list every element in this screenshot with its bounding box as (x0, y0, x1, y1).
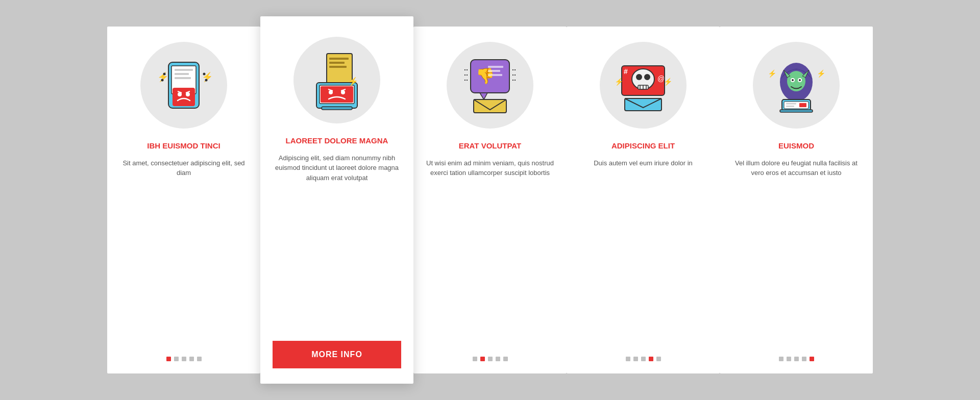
svg-marker-34 (480, 93, 487, 99)
dot (473, 357, 477, 361)
dot (166, 357, 171, 361)
icon-circle-5: ⚡ ⚡ (753, 42, 840, 129)
svg-point-44 (636, 74, 642, 80)
dot (503, 357, 508, 361)
svg-rect-35 (474, 99, 506, 113)
svg-text:⚡: ⚡ (768, 69, 777, 78)
dot (626, 357, 630, 361)
dot (197, 357, 202, 361)
svg-rect-19 (329, 66, 347, 68)
dot (182, 357, 186, 361)
svg-text:⚡: ⚡ (348, 77, 358, 86)
svg-rect-3 (175, 73, 189, 75)
svg-rect-17 (329, 58, 349, 60)
svg-text:⚡: ⚡ (664, 78, 673, 86)
dot (174, 357, 179, 361)
card-4-title: ADIPISCING ELIT (611, 141, 675, 151)
dot (641, 357, 646, 361)
svg-point-14 (203, 73, 206, 76)
dot (189, 357, 194, 361)
card-4-dots (626, 357, 661, 361)
dot (633, 357, 638, 361)
svg-rect-18 (329, 62, 345, 64)
svg-rect-67 (786, 106, 794, 107)
icon-circle-4: # @ ⚡ ⚡ (600, 42, 687, 129)
svg-text:⚡: ⚡ (615, 78, 624, 86)
card-3-description: Ut wisi enim ad minim veniam, quis nostr… (426, 158, 554, 347)
svg-text:⚡: ⚡ (817, 69, 826, 78)
card-5-title: EUISMOD (778, 141, 814, 151)
card-2: ⚡ LAOREET DOLORE MAGNA Adipiscing elit, … (260, 16, 413, 384)
svg-rect-23 (321, 86, 353, 103)
svg-point-12 (163, 73, 166, 76)
card-2-title: LAOREET DOLORE MAGNA (286, 136, 388, 146)
svg-rect-5 (173, 88, 195, 106)
svg-rect-65 (780, 110, 813, 112)
phone-angry-icon: ⚡ ⚡ (153, 55, 214, 116)
dot (656, 357, 661, 361)
dot (480, 357, 485, 361)
svg-point-15 (205, 79, 208, 82)
dot (810, 357, 814, 361)
dot (488, 357, 493, 361)
card-skull-icon: # @ ⚡ ⚡ (612, 55, 674, 116)
dot (649, 357, 653, 361)
card-5: ⚡ ⚡ EUISMOD Vel illum dolore eu feugiat … (720, 27, 873, 373)
card-3: 👎 ERAT VOLUTPAT Ut wisi enim ad min (413, 27, 567, 373)
dot (802, 357, 806, 361)
svg-rect-52 (625, 98, 662, 111)
svg-rect-22 (322, 107, 352, 110)
card-1: ⚡ ⚡ IBH EUISMOD TINCI Sit amet, consecte… (107, 27, 260, 373)
svg-rect-70 (799, 103, 806, 107)
svg-rect-2 (175, 69, 193, 71)
dot (794, 357, 799, 361)
card-5-dots (779, 357, 814, 361)
svg-point-13 (161, 79, 164, 82)
svg-point-45 (644, 74, 650, 80)
card-1-title: IBH EUISMOD TINCI (147, 141, 220, 151)
svg-rect-4 (175, 77, 191, 79)
svg-rect-33 (488, 74, 502, 76)
svg-rect-32 (488, 70, 500, 72)
dot (787, 357, 791, 361)
dot (496, 357, 500, 361)
icon-circle-3: 👎 (447, 42, 533, 129)
phone-dislike-icon: 👎 (459, 55, 521, 116)
card-2-description: Adipiscing elit, sed diam nonummy nibh e… (273, 153, 401, 331)
svg-text:#: # (624, 67, 628, 76)
card-3-title: ERAT VOLUTPAT (459, 141, 522, 151)
card-1-dots (166, 357, 202, 361)
dot (779, 357, 783, 361)
cards-container: ⚡ ⚡ IBH EUISMOD TINCI Sit amet, consecte… (107, 27, 873, 373)
card-1-description: Sit amet, consectetuer adipiscing elit, … (119, 158, 248, 347)
card-4: # @ ⚡ ⚡ ADIPISCING ELIT Duis autem vel e… (567, 27, 720, 373)
svg-point-61 (792, 79, 794, 81)
icon-circle-1: ⚡ ⚡ (140, 42, 227, 129)
more-info-button[interactable]: MORE INFO (273, 341, 401, 368)
laptop-angry-icon: ⚡ (306, 49, 368, 111)
card-3-dots (473, 357, 508, 361)
card-4-description: Duis autem vel eum iriure dolor in (594, 158, 693, 347)
icon-circle-2: ⚡ (293, 37, 380, 123)
svg-point-62 (799, 79, 801, 81)
hacker-icon: ⚡ ⚡ (766, 55, 827, 116)
svg-rect-66 (786, 103, 796, 105)
svg-rect-31 (488, 66, 503, 68)
card-5-description: Vel illum dolore eu feugiat nulla facili… (732, 158, 861, 347)
